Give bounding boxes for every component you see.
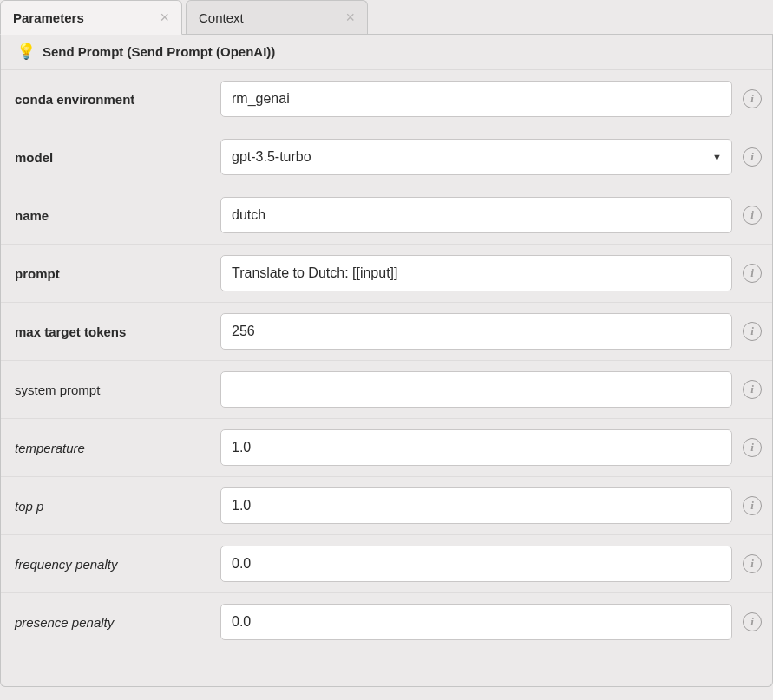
row-name: name i: [1, 186, 772, 245]
info-icon[interactable]: i: [743, 438, 762, 457]
label-conda-environment: conda environment: [15, 92, 210, 107]
row-prompt: prompt i: [1, 245, 772, 303]
presence-penalty-input[interactable]: [220, 604, 732, 640]
row-temperature: temperature i: [1, 419, 772, 477]
name-input[interactable]: [220, 197, 732, 233]
tab-context-label: Context: [199, 10, 244, 25]
panel-header: 💡 Send Prompt (Send Prompt (OpenAI)): [1, 35, 772, 70]
info-icon[interactable]: i: [743, 206, 762, 225]
row-model: model ▼ i: [1, 128, 772, 186]
row-system-prompt: system prompt i: [1, 361, 772, 419]
tab-context[interactable]: Context ×: [186, 0, 368, 34]
model-select[interactable]: [220, 139, 732, 175]
tab-bar: Parameters × Context ×: [0, 0, 773, 35]
row-max-target-tokens: max target tokens i: [1, 303, 772, 361]
info-icon[interactable]: i: [743, 89, 762, 108]
top-p-input[interactable]: [220, 487, 732, 524]
label-model: model: [15, 150, 210, 165]
panel-title: Send Prompt (Send Prompt (OpenAI)): [43, 44, 275, 59]
row-top-p: top p i: [1, 477, 772, 535]
row-conda-environment: conda environment i: [1, 70, 772, 128]
info-icon[interactable]: i: [743, 264, 762, 283]
info-icon[interactable]: i: [743, 380, 762, 399]
row-presence-penalty: presence penalty i: [1, 593, 772, 651]
label-presence-penalty: presence penalty: [15, 615, 210, 630]
label-frequency-penalty: frequency penalty: [15, 557, 210, 572]
frequency-penalty-input[interactable]: [220, 546, 732, 582]
max-target-tokens-input[interactable]: [220, 313, 732, 350]
label-temperature: temperature: [15, 441, 210, 455]
label-prompt: prompt: [15, 266, 210, 281]
info-icon[interactable]: i: [743, 554, 762, 573]
temperature-input[interactable]: [220, 429, 732, 466]
label-max-target-tokens: max target tokens: [15, 324, 210, 339]
tab-parameters[interactable]: Parameters ×: [0, 0, 182, 35]
prompt-input[interactable]: [220, 255, 732, 291]
info-icon[interactable]: i: [743, 612, 762, 631]
label-top-p: top p: [15, 499, 210, 514]
close-icon[interactable]: ×: [345, 9, 355, 27]
label-name: name: [15, 208, 210, 223]
conda-environment-input[interactable]: [220, 81, 732, 117]
tab-parameters-label: Parameters: [13, 10, 84, 25]
system-prompt-input[interactable]: [220, 371, 732, 408]
info-icon[interactable]: i: [743, 496, 762, 515]
close-icon[interactable]: ×: [160, 9, 169, 27]
row-frequency-penalty: frequency penalty i: [1, 535, 772, 593]
parameters-panel: 💡 Send Prompt (Send Prompt (OpenAI)) con…: [0, 35, 773, 687]
label-system-prompt: system prompt: [15, 383, 210, 397]
info-icon[interactable]: i: [743, 322, 762, 341]
lightbulb-icon: 💡: [16, 42, 36, 61]
info-icon[interactable]: i: [743, 147, 762, 167]
